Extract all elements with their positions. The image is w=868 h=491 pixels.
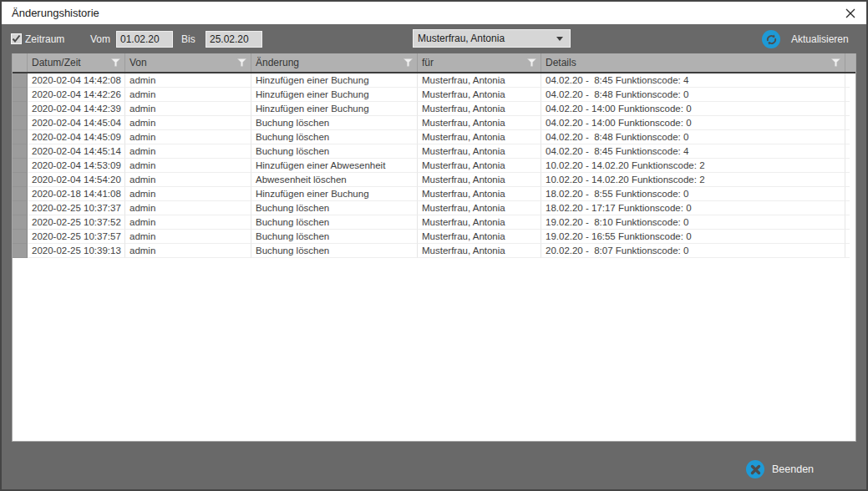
table-row[interactable]: 2020-02-25 10:37:52adminBuchung löschenM… xyxy=(13,215,855,230)
checkmark-icon xyxy=(12,34,21,43)
table-cell: 2020-02-25 10:37:37 xyxy=(28,201,125,215)
column-header-4[interactable]: Details xyxy=(541,53,845,72)
table-cell: 2020-02-04 14:42:08 xyxy=(28,73,125,88)
table-cell: Hinzufügen einer Buchung xyxy=(251,187,418,201)
table-cell: 2020-02-04 14:42:26 xyxy=(28,88,125,102)
table-cell: 04.02.20 - 14:00 Funktionscode: 0 xyxy=(541,102,845,116)
table-cell: admin xyxy=(125,173,251,187)
row-header[interactable] xyxy=(13,173,28,187)
table-cell: admin xyxy=(125,130,251,144)
table-cell: admin xyxy=(125,244,251,258)
table-row[interactable]: 2020-02-04 14:45:14adminBuchung löschenM… xyxy=(13,144,855,159)
table-row[interactable]: 2020-02-25 10:37:57adminBuchung löschenM… xyxy=(13,230,855,244)
zeitraum-checkbox[interactable] xyxy=(11,33,22,44)
filter-icon[interactable] xyxy=(831,58,840,67)
table-cell: 2020-02-25 10:37:52 xyxy=(28,215,125,230)
filter-icon[interactable] xyxy=(404,58,413,67)
table-cell: Musterfrau, Antonia xyxy=(418,244,541,258)
table-row[interactable]: 2020-02-04 14:42:26adminHinzufügen einer… xyxy=(13,88,855,102)
filter-icon[interactable] xyxy=(527,58,536,67)
table-cell: Musterfrau, Antonia xyxy=(418,230,541,244)
table-cell: 2020-02-25 10:39:13 xyxy=(28,244,125,258)
row-header[interactable] xyxy=(13,244,28,258)
table-cell: Buchung löschen xyxy=(251,215,418,230)
table-row[interactable]: 2020-02-18 14:41:08adminHinzufügen einer… xyxy=(13,187,855,201)
table-row[interactable]: 2020-02-04 14:53:09adminHinzufügen einer… xyxy=(13,159,855,173)
table-cell: Musterfrau, Antonia xyxy=(418,201,541,215)
table-cell: 04.02.20 - 8:48 Funktionscode: 0 xyxy=(541,88,845,102)
table-row[interactable]: 2020-02-04 14:45:04adminBuchung löschenM… xyxy=(13,116,855,130)
table-cell: Hinzufügen einer Abwesenheit xyxy=(251,159,418,173)
table-cell: Hinzufügen einer Buchung xyxy=(251,102,418,116)
table-cell: 10.02.20 - 14.02.20 Funktionscode: 2 xyxy=(541,159,845,173)
sync-icon xyxy=(765,33,778,46)
column-header-0[interactable]: Datum/Zeit xyxy=(28,53,125,72)
row-filler xyxy=(845,144,850,159)
column-label: Änderung xyxy=(256,57,299,68)
table-cell: admin xyxy=(125,88,251,102)
table-cell: Musterfrau, Antonia xyxy=(418,144,541,159)
row-header[interactable] xyxy=(13,201,28,215)
table-cell: admin xyxy=(125,102,251,116)
table-cell: 04.02.20 - 8:45 Funktionscode: 4 xyxy=(541,73,845,88)
row-header[interactable] xyxy=(13,73,28,88)
table-row[interactable]: 2020-02-04 14:54:20adminAbwesenheit lösc… xyxy=(13,173,855,187)
table-cell: admin xyxy=(125,116,251,130)
table-cell: 2020-02-04 14:45:09 xyxy=(28,130,125,144)
row-header[interactable] xyxy=(13,215,28,230)
table-header: Datum/ZeitVonÄnderungfürDetails xyxy=(13,53,855,73)
table-cell: admin xyxy=(125,187,251,201)
table-body: 2020-02-04 14:42:08adminHinzufügen einer… xyxy=(13,73,855,258)
row-filler xyxy=(845,230,850,244)
bis-date-input[interactable] xyxy=(206,31,262,48)
close-icon[interactable] xyxy=(841,6,860,21)
row-header[interactable] xyxy=(13,144,28,159)
history-table: Datum/ZeitVonÄnderungfürDetails 2020-02-… xyxy=(12,53,856,442)
table-row[interactable]: 2020-02-25 10:37:37adminBuchung löschenM… xyxy=(13,201,855,215)
table-cell: admin xyxy=(125,215,251,230)
row-filler xyxy=(845,88,850,102)
row-filler xyxy=(845,116,850,130)
table-cell: Buchung löschen xyxy=(251,230,418,244)
table-cell: Musterfrau, Antonia xyxy=(418,102,541,116)
table-cell: 2020-02-04 14:53:09 xyxy=(28,159,125,173)
filter-icon[interactable] xyxy=(111,58,120,67)
row-filler xyxy=(845,130,850,144)
table-cell: Buchung löschen xyxy=(251,244,418,258)
aenderungshistorie-dialog: Änderungshistorie Zeitraum Vom Bis xyxy=(0,0,868,491)
table-row[interactable]: 2020-02-04 14:45:09adminBuchung löschenM… xyxy=(13,130,855,144)
column-header-2[interactable]: Änderung xyxy=(251,53,418,72)
beenden-button[interactable]: Beenden xyxy=(746,460,814,478)
vom-date-input[interactable] xyxy=(116,31,173,48)
row-filler xyxy=(845,215,850,230)
table-cell: Musterfrau, Antonia xyxy=(418,159,541,173)
row-header[interactable] xyxy=(13,116,28,130)
row-filler xyxy=(845,73,850,88)
table-cell: Abwesenheit löschen xyxy=(251,173,418,187)
table-cell: Musterfrau, Antonia xyxy=(418,88,541,102)
table-cell: Musterfrau, Antonia xyxy=(418,73,541,88)
filter-icon[interactable] xyxy=(237,58,246,67)
row-header[interactable] xyxy=(13,130,28,144)
row-header[interactable] xyxy=(13,88,28,102)
column-label: für xyxy=(422,57,434,68)
row-header[interactable] xyxy=(13,230,28,244)
table-row[interactable]: 2020-02-04 14:42:08adminHinzufügen einer… xyxy=(13,73,855,88)
table-cell: 20.02.20 - 8:07 Funktionscode: 0 xyxy=(541,244,845,258)
row-header[interactable] xyxy=(13,187,28,201)
close-x-icon xyxy=(746,460,764,478)
table-cell: 2020-02-04 14:45:14 xyxy=(28,144,125,159)
refresh-label: Aktualisieren xyxy=(791,33,849,45)
table-row[interactable]: 2020-02-04 14:42:39adminHinzufügen einer… xyxy=(13,102,855,116)
column-header-3[interactable]: für xyxy=(418,53,541,72)
row-header[interactable] xyxy=(13,102,28,116)
row-filler xyxy=(845,244,850,258)
table-cell: Musterfrau, Antonia xyxy=(418,130,541,144)
table-row[interactable]: 2020-02-25 10:39:13adminBuchung löschenM… xyxy=(13,244,855,258)
table-cell: 2020-02-04 14:45:04 xyxy=(28,116,125,130)
table-cell: Musterfrau, Antonia xyxy=(418,173,541,187)
column-header-1[interactable]: Von xyxy=(125,53,251,72)
row-header[interactable] xyxy=(13,159,28,173)
refresh-button[interactable] xyxy=(762,30,780,48)
person-dropdown[interactable]: Musterfrau, Antonia xyxy=(413,29,571,48)
